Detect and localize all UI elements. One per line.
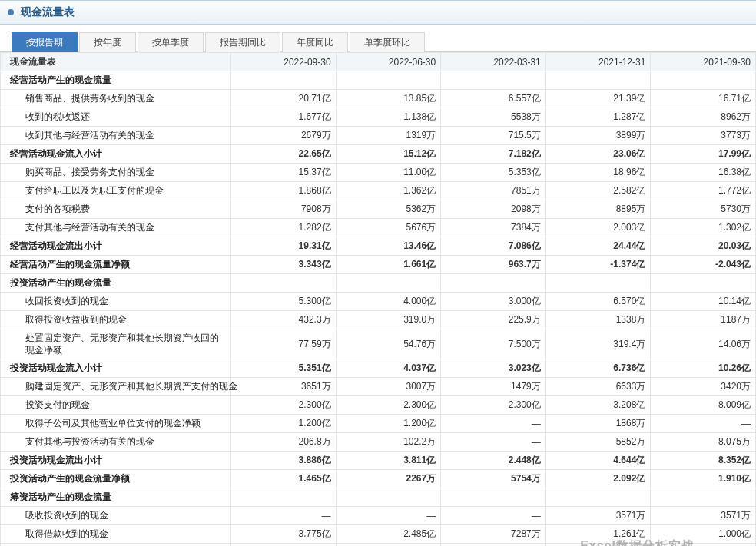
cell-value: 3007万: [336, 378, 441, 396]
page-title: 现金流量表: [21, 5, 75, 18]
tab-2[interactable]: 按单季度: [138, 32, 204, 52]
cell-value: 1479万: [441, 378, 546, 396]
table-row: 经营活动产生的现金流量: [1, 71, 756, 90]
tab-1[interactable]: 按年度: [79, 32, 136, 52]
cell-value: 1.302亿: [651, 219, 756, 237]
row-label: 经营活动现金流入小计: [1, 145, 231, 164]
cell-value: 8.009亿: [651, 396, 756, 415]
tabs-row: 按报告期按年度按单季度报告期同比年度同比单季度环比: [0, 32, 756, 52]
table-row: 投资活动现金流出小计3.886亿3.811亿2.448亿4.644亿8.352亿: [1, 452, 756, 470]
cell-value: 7851万: [441, 182, 546, 200]
row-label: 取得子公司及其他营业单位支付的现金净额: [1, 415, 231, 433]
cell-value: 3.208亿: [545, 396, 651, 415]
cell-value: 3.811亿: [336, 452, 441, 470]
row-label: 收到的其他与筹资活动有关的现金: [1, 544, 231, 547]
panel-header: 现金流量表: [0, 0, 756, 25]
table-row: 收到的税收返还1.677亿1.138亿5538万1.287亿8962万: [1, 108, 756, 127]
table-row: 投资支付的现金2.300亿2.300亿2.300亿3.208亿8.009亿: [1, 396, 756, 415]
cell-value: 20.03亿: [651, 237, 756, 256]
header-label: 现金流量表: [1, 53, 231, 71]
cell-value: 13.85亿: [336, 90, 441, 108]
cell-value: 3571万: [545, 507, 651, 525]
cell-value: 8022万: [651, 544, 756, 547]
cell-value: [336, 274, 441, 293]
table-row: 取得子公司及其他营业单位支付的现金净额1.200亿1.200亿—1868万—: [1, 415, 756, 433]
cell-value: —: [231, 507, 337, 525]
cell-value: 8.075万: [651, 433, 756, 452]
cell-value: [545, 71, 651, 90]
cell-value: [651, 71, 756, 90]
cell-value: [441, 274, 546, 293]
row-label: 支付其他与投资活动有关的现金: [1, 433, 231, 452]
cell-value: 10.14亿: [651, 293, 756, 311]
row-label: 收到的税收返还: [1, 108, 231, 127]
cell-value: 3420万: [651, 378, 756, 396]
cell-value: 5676万: [336, 219, 441, 237]
row-label: 销售商品、提供劳务收到的现金: [1, 90, 231, 108]
cell-value: 2679万: [231, 127, 337, 145]
table-header-row: 现金流量表 2022-09-30 2022-06-30 2022-03-31 2…: [1, 53, 756, 71]
cell-value: 6.557亿: [441, 90, 546, 108]
cell-value: —: [441, 433, 546, 452]
cell-value: 1.362亿: [336, 182, 441, 200]
cell-value: 2098万: [441, 200, 546, 219]
table-row: 处置固定资产、无形资产和其他长期资产收回的现金净额77.59万54.76万7.5…: [1, 329, 756, 359]
tab-3[interactable]: 报告期同比: [205, 32, 280, 52]
cell-value: 1187万: [651, 311, 756, 329]
cell-value: 319.4万: [545, 329, 651, 359]
row-label: 投资活动现金流出小计: [1, 452, 231, 470]
cell-value: [336, 71, 441, 90]
cell-value: 2.448亿: [441, 452, 546, 470]
tab-4[interactable]: 年度同比: [282, 32, 348, 52]
col-header: 2021-09-30: [651, 53, 756, 71]
cell-value: 3651万: [231, 378, 337, 396]
cell-value: 1.677亿: [231, 108, 337, 127]
row-label: 支付给职工以及为职工支付的现金: [1, 182, 231, 200]
row-label: 购建固定资产、无形资产和其他长期资产支付的现金: [1, 378, 231, 396]
cell-value: 9923万: [545, 544, 651, 547]
table-body: 经营活动产生的现金流量销售商品、提供劳务收到的现金20.71亿13.85亿6.5…: [1, 71, 756, 547]
cell-value: 7384万: [441, 219, 546, 237]
row-label: 投资支付的现金: [1, 396, 231, 415]
table-row: 购建固定资产、无形资产和其他长期资产支付的现金3651万3007万1479万66…: [1, 378, 756, 396]
cell-value: 4.644亿: [545, 452, 651, 470]
row-label: 取得投资收益收到的现金: [1, 311, 231, 329]
cell-value: 22.65亿: [231, 145, 337, 164]
cell-value: [545, 274, 651, 293]
table-row: 收到其他与经营活动有关的现金2679万1319万715.5万3899万3773万: [1, 127, 756, 145]
table-row: 购买商品、接受劳务支付的现金15.37亿11.00亿5.353亿18.96亿16…: [1, 164, 756, 182]
cell-value: 54.76万: [336, 329, 441, 359]
cell-value: 1338万: [545, 311, 651, 329]
cell-value: [441, 488, 546, 507]
cell-value: 1.000亿: [651, 525, 756, 544]
table-row: 收到的其他与筹资活动有关的现金1.221亿1.048亿9976万9923万802…: [1, 544, 756, 547]
cell-value: 7908万: [231, 200, 337, 219]
cell-value: 11.00亿: [336, 164, 441, 182]
cell-value: 7.500万: [441, 329, 546, 359]
cell-value: 77.59万: [231, 329, 337, 359]
cell-value: 4.000亿: [336, 293, 441, 311]
cell-value: 3571万: [651, 507, 756, 525]
cell-value: 1.138亿: [336, 108, 441, 127]
cell-value: 1.465亿: [231, 470, 337, 488]
cell-value: 4.037亿: [336, 359, 441, 378]
table-row: 投资活动产生的现金流量净额1.465亿2267万5754万2.092亿1.910…: [1, 470, 756, 488]
cell-value: 1319万: [336, 127, 441, 145]
table-row: 支付其他与投资活动有关的现金206.8万102.2万—5852万8.075万: [1, 433, 756, 452]
cell-value: [231, 274, 337, 293]
cell-value: 2.300亿: [231, 396, 337, 415]
cell-value: 15.37亿: [231, 164, 337, 182]
row-label: 收回投资收到的现金: [1, 293, 231, 311]
cell-value: 16.38亿: [651, 164, 756, 182]
row-label: 支付的各项税费: [1, 200, 231, 219]
cell-value: 2.092亿: [545, 470, 651, 488]
tab-5[interactable]: 单季度环比: [350, 32, 425, 52]
cell-value: 1.200亿: [231, 415, 337, 433]
cell-value: [651, 488, 756, 507]
cell-value: 5730万: [651, 200, 756, 219]
table-row: 投资活动产生的现金流量: [1, 274, 756, 293]
tab-0[interactable]: 按报告期: [12, 32, 78, 52]
row-label: 吸收投资收到的现金: [1, 507, 231, 525]
cell-value: 102.2万: [336, 433, 441, 452]
row-label: 投资活动现金流入小计: [1, 359, 231, 378]
